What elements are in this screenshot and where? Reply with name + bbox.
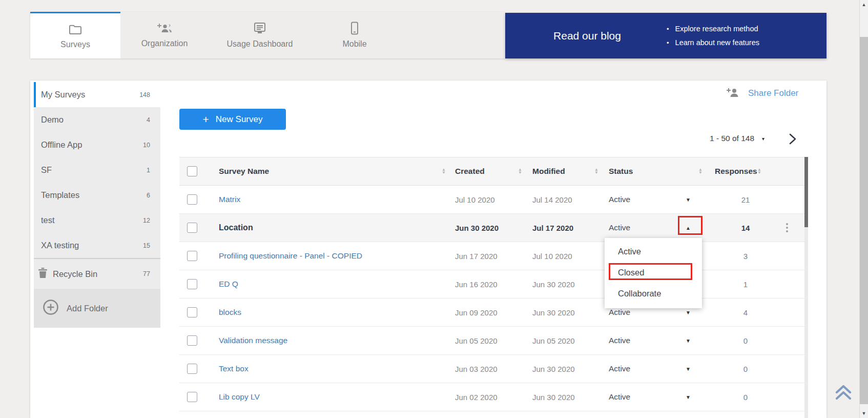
row-checkbox[interactable] <box>187 307 197 317</box>
sidebar-folder-item[interactable]: Templates 6 <box>34 183 160 208</box>
folder-label: Offline App <box>41 140 82 150</box>
plus-icon: + <box>203 114 209 125</box>
status-dropdown-toggle[interactable]: ▼ <box>686 394 691 400</box>
survey-name-link[interactable]: Text box <box>219 364 249 373</box>
row-checkbox[interactable] <box>187 194 197 205</box>
table-scrollbar[interactable] <box>804 157 808 418</box>
created-date: Jun 02 2020 <box>455 393 498 402</box>
table-row: Profiling questionnaire - Panel - COPIED… <box>179 242 804 270</box>
responses-count: 0 <box>715 336 776 345</box>
created-date: Jun 30 2020 <box>455 224 499 232</box>
survey-name-link[interactable]: Location <box>219 223 253 232</box>
row-checkbox[interactable] <box>187 279 197 289</box>
status-dropdown-toggle[interactable]: ▼ <box>686 366 691 372</box>
created-date: Jun 03 2020 <box>455 365 498 373</box>
status-value: Active <box>609 392 630 402</box>
header-responses[interactable]: Responses <box>715 167 757 176</box>
sort-icon[interactable]: ▲▼ <box>442 168 446 174</box>
tab-organization[interactable]: Organization <box>119 12 210 58</box>
row-menu-kebab-icon[interactable] <box>786 223 788 232</box>
table-scrollbar-thumb[interactable] <box>804 157 808 227</box>
folder-count: 1 <box>147 167 150 174</box>
recycle-bin-label: Recycle Bin <box>53 269 143 279</box>
sidebar-folder-item[interactable]: SF 1 <box>34 157 160 183</box>
responses-count: 1 <box>715 280 776 289</box>
tab-usage-dashboard[interactable]: Usage Dashboard <box>215 12 305 58</box>
select-all-checkbox[interactable] <box>187 166 197 176</box>
banner-bullet-item: • Learn about new features <box>667 36 759 50</box>
new-survey-label: New Survey <box>216 114 263 125</box>
status-dropdown-option[interactable]: Collaborate <box>605 283 702 304</box>
status-dropdown-toggle[interactable]: ▼ <box>686 310 691 315</box>
status-value: Active <box>609 364 630 373</box>
row-checkbox[interactable] <box>187 364 197 374</box>
row-checkbox[interactable] <box>187 251 197 261</box>
sidebar-item-recycle-bin[interactable]: Recycle Bin 77 <box>34 259 160 289</box>
page-scrollbar[interactable]: ▲ ▼ <box>859 0 868 418</box>
sidebar-folder-item[interactable]: My Surveys 148 <box>34 82 160 107</box>
tab-surveys[interactable]: Surveys <box>30 12 120 58</box>
table-row: ED Q Jun 16 2020 Jun 30 2020 1 <box>179 270 804 298</box>
status-dropdown-option[interactable]: Active <box>605 241 702 262</box>
table-row: Matrix Jul 10 2020 Jul 14 2020 Active ▼ … <box>179 186 804 214</box>
dashboard-icon <box>253 22 267 35</box>
scrollbar-up-arrow[interactable]: ▲ <box>860 2 868 7</box>
double-chevron-up-icon <box>834 394 853 403</box>
next-page-button[interactable] <box>788 132 798 148</box>
mobile-icon <box>350 22 359 35</box>
survey-name-link[interactable]: Validation message <box>219 336 287 345</box>
pagination-control[interactable]: 1 - 50 of 148 ▾ <box>710 134 764 143</box>
sort-icon[interactable]: ▲▼ <box>757 168 761 174</box>
created-date: Jun 17 2020 <box>455 252 498 261</box>
survey-name-link[interactable]: Profiling questionnaire - Panel - COPIED <box>219 251 362 261</box>
status-dropdown-toggle[interactable]: ▼ <box>686 338 691 344</box>
scrollbar-down-arrow[interactable]: ▼ <box>860 411 868 416</box>
sidebar-folder-item[interactable]: Demo 4 <box>34 107 160 132</box>
survey-name-link[interactable]: Lib copy LV <box>219 392 260 402</box>
survey-name-link[interactable]: blocks <box>219 308 241 317</box>
modified-date: Jul 10 2020 <box>532 252 572 261</box>
header-modified[interactable]: Modified <box>532 167 565 176</box>
share-folder-link[interactable]: Share Folder <box>726 86 798 101</box>
sort-icon[interactable]: ▲▼ <box>698 168 702 174</box>
folder-count: 4 <box>147 116 150 124</box>
responses-count: 3 <box>715 252 776 261</box>
survey-name-link[interactable]: ED Q <box>219 280 238 289</box>
blog-banner[interactable]: Read our blog • Explore research method … <box>505 13 826 58</box>
bullet-text: Learn about new features <box>675 38 759 47</box>
responses-count: 4 <box>715 308 776 317</box>
sort-icon[interactable]: ▲▼ <box>518 168 522 174</box>
row-checkbox[interactable] <box>187 335 197 346</box>
row-checkbox[interactable] <box>187 392 197 402</box>
status-value: Active <box>609 308 630 317</box>
chevron-right-icon <box>788 138 798 147</box>
created-date: Jun 05 2020 <box>455 336 498 345</box>
folder-label: Demo <box>41 115 64 125</box>
tab-label: Mobile <box>342 39 366 49</box>
scroll-to-top-button[interactable] <box>834 384 853 403</box>
banner-bullets: • Explore research method • Learn about … <box>667 22 759 50</box>
status-dropdown-toggle[interactable]: ▼ <box>686 197 691 203</box>
circle-plus-icon <box>43 299 59 317</box>
header-status[interactable]: Status <box>609 167 633 176</box>
row-checkbox[interactable] <box>187 223 197 233</box>
folder-icon <box>69 23 82 35</box>
sidebar-folder-item[interactable]: XA testing 15 <box>34 233 160 258</box>
sidebar-folder-item[interactable]: Offline App 10 <box>34 132 160 157</box>
folder-label: test <box>41 215 55 225</box>
new-survey-button[interactable]: + New Survey <box>179 109 286 130</box>
created-date: Jun 16 2020 <box>455 280 498 289</box>
survey-name-link[interactable]: Matrix <box>219 195 240 204</box>
sidebar-folder-item[interactable]: test 12 <box>34 208 160 233</box>
add-folder-button[interactable]: Add Folder <box>34 289 160 328</box>
sort-icon[interactable]: ▲▼ <box>594 168 598 174</box>
chevron-down-icon[interactable]: ▾ <box>762 136 764 142</box>
header-created[interactable]: Created <box>455 167 485 176</box>
responses-count: 21 <box>715 195 776 204</box>
tab-label: Organization <box>141 39 188 48</box>
banner-title[interactable]: Read our blog <box>533 13 641 58</box>
modified-date: Jul 17 2020 <box>532 224 573 232</box>
tab-mobile[interactable]: Mobile <box>309 12 400 58</box>
header-survey-name[interactable]: Survey Name <box>219 167 269 176</box>
page-scrollbar-thumb[interactable] <box>860 37 868 404</box>
